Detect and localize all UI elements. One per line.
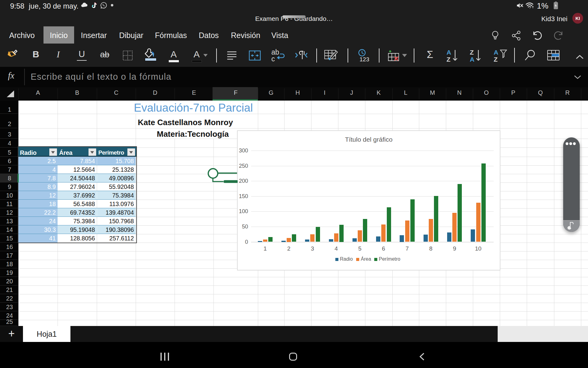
svg-text:c: c: [271, 55, 275, 63]
svg-text:Z: Z: [447, 56, 450, 63]
svg-text:A: A: [447, 49, 451, 56]
svg-text:A: A: [494, 49, 498, 56]
svg-text:Z: Z: [494, 56, 498, 63]
svg-text:123: 123: [360, 56, 369, 63]
svg-text:A: A: [470, 56, 474, 63]
svg-text:Z: Z: [470, 49, 474, 56]
